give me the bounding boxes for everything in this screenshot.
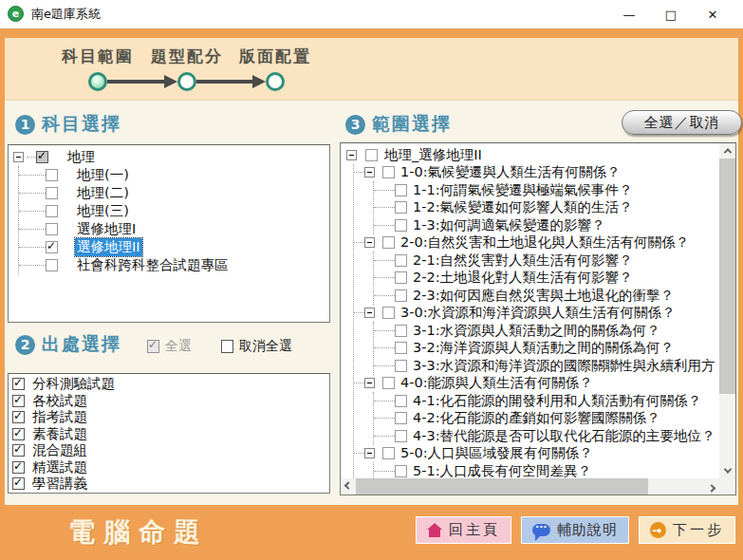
source-list-item[interactable]: 素養試題: [12, 426, 329, 443]
tree-item-label[interactable]: 4-3:替代能源是否可以取代化石能源的主要地位？: [411, 427, 717, 445]
tree-item-label[interactable]: 5-0:人口與區域發展有何關係？: [399, 444, 595, 462]
source-list-item[interactable]: 混合題組: [12, 442, 329, 459]
tree-item-label[interactable]: 1-3:如何調適氣候變遷的影響？: [411, 216, 607, 234]
subject-tree-item[interactable]: 選修地理II: [19, 238, 329, 256]
checkbox-unchecked[interactable]: [395, 184, 407, 196]
collapse-icon[interactable]: [13, 152, 24, 162]
source-list-item[interactable]: 學習講義: [12, 476, 329, 493]
toggle-select-all-button[interactable]: 全選／取消: [622, 110, 742, 135]
collapse-icon[interactable]: [364, 167, 375, 177]
checkbox-checked[interactable]: [12, 411, 25, 423]
tree-item-label[interactable]: 地理: [65, 148, 97, 166]
tree-item-label[interactable]: 3-3:水資源和海洋資源的國際關聯性與永續利用方: [411, 357, 717, 375]
tree-item-label[interactable]: 社會科跨科整合試題專區: [75, 256, 231, 274]
subject-tree-item[interactable]: 社會科跨科整合試題專區: [19, 256, 329, 274]
range-section-item[interactable]: 2-3:如何因應自然災害與土地退化的衝擊？: [374, 287, 721, 305]
collapse-icon[interactable]: [346, 150, 357, 160]
checkbox-unchecked[interactable]: [395, 360, 407, 372]
checkbox-unchecked[interactable]: [46, 205, 58, 217]
scroll-down-button[interactable]: [719, 463, 735, 478]
minimize-button[interactable]: —: [608, 0, 650, 28]
range-section-item[interactable]: 4-1:化石能源的開發利用和人類活動有何關係？: [374, 392, 721, 410]
tree-item-label[interactable]: 地理(一): [75, 166, 131, 184]
tree-item-label[interactable]: 地理_選修地理II: [382, 146, 484, 164]
range-chapter-item[interactable]: 4-0:能源與人類生活有何關係？: [354, 375, 721, 393]
subject-tree-item[interactable]: 地理(三): [19, 202, 329, 220]
checkbox-unchecked[interactable]: [395, 412, 407, 424]
checkbox-unchecked[interactable]: [395, 465, 407, 477]
checkbox-unchecked[interactable]: [365, 149, 378, 161]
tree-item-label[interactable]: 1-2:氣候變遷如何影響人類的生活？: [411, 198, 635, 216]
range-section-item[interactable]: 2-2:土地退化對人類生活有何影響？: [374, 270, 721, 288]
checkbox-unchecked[interactable]: [395, 395, 407, 407]
checkbox-checked[interactable]: [12, 378, 25, 390]
subject-tree-item[interactable]: 地理(一): [19, 166, 329, 184]
range-section-item[interactable]: 2-1:自然災害對人類生活有何影響？: [374, 252, 721, 270]
source-list-item[interactable]: 精選試題: [12, 459, 329, 476]
range-section-item[interactable]: 5-1:人口成長有何空間差異？: [374, 462, 721, 480]
source-list-item[interactable]: 分科測驗試題: [12, 376, 329, 393]
checkbox-unchecked[interactable]: [221, 340, 233, 353]
checkbox-unchecked[interactable]: [382, 377, 395, 389]
collapse-icon[interactable]: [364, 448, 375, 458]
collapse-icon[interactable]: [364, 378, 375, 388]
checkbox-unchecked[interactable]: [395, 325, 407, 337]
checkbox-unchecked[interactable]: [46, 187, 58, 199]
tree-item-label[interactable]: 3-1:水資源與人類活動之間的關係為何？: [411, 322, 662, 340]
range-tree-root[interactable]: 地理_選修地理II: [341, 146, 721, 164]
subject-tree-root[interactable]: 地理: [9, 148, 329, 166]
vertical-scrollbar[interactable]: [719, 143, 735, 478]
tree-item-label[interactable]: 4-0:能源與人類生活有何關係？: [399, 374, 595, 392]
checkbox-checked[interactable]: [12, 428, 25, 440]
tree-item-label[interactable]: 選修地理I: [75, 220, 138, 238]
checkbox-checked[interactable]: [12, 444, 25, 457]
tree-item-label[interactable]: 2-1:自然災害對人類生活有何影響？: [411, 252, 635, 270]
tree-item-label[interactable]: 3-0:水資源和海洋資源與人類生活有何關係？: [399, 304, 678, 322]
range-section-item[interactable]: 1-3:如何調適氣候變遷的影響？: [374, 216, 721, 234]
tree-item-label[interactable]: 1-1:何謂氣候變遷與極端氣候事件？: [411, 181, 635, 199]
tree-item-label[interactable]: 3-2:海洋資源與人類活動之間的關係為何？: [411, 339, 676, 357]
range-section-item[interactable]: 3-3:水資源和海洋資源的國際關聯性與永續利用方: [374, 357, 721, 375]
checkbox-unchecked[interactable]: [395, 254, 407, 267]
tree-item-label[interactable]: 2-3:如何因應自然災害與土地退化的衝擊？: [411, 287, 676, 305]
next-step-button[interactable]: 下一步: [639, 516, 735, 544]
subject-tree-item[interactable]: 地理(二): [19, 184, 329, 202]
range-chapter-item[interactable]: 3-0:水資源和海洋資源與人類生活有何關係？: [354, 305, 721, 323]
scroll-up-button[interactable]: [719, 143, 735, 159]
collapse-icon[interactable]: [364, 308, 375, 318]
checkbox-checked[interactable]: [46, 241, 58, 253]
horizontal-scrollbar[interactable]: [341, 478, 719, 495]
checkbox-unchecked[interactable]: [395, 201, 407, 214]
range-section-item[interactable]: 4-3:替代能源是否可以取代化石能源的主要地位？: [374, 427, 721, 445]
source-list-item[interactable]: 指考試題: [12, 409, 329, 426]
checkbox-unchecked[interactable]: [395, 219, 407, 232]
maximize-button[interactable]: □: [650, 0, 692, 28]
range-chapter-item[interactable]: 2-0:自然災害和土地退化與人類生活有何關係？: [354, 234, 721, 252]
checkbox-unchecked[interactable]: [395, 430, 407, 442]
tree-item-label[interactable]: 2-0:自然災害和土地退化與人類生活有何關係？: [399, 233, 691, 252]
checkbox-unchecked[interactable]: [395, 342, 407, 354]
tree-item-label[interactable]: 地理(三): [75, 202, 131, 220]
checkbox-unchecked[interactable]: [46, 169, 58, 181]
checkbox-unchecked[interactable]: [395, 289, 407, 302]
range-section-item[interactable]: 1-1:何謂氣候變遷與極端氣候事件？: [374, 181, 721, 199]
subject-tree-item[interactable]: 選修地理I: [19, 220, 329, 238]
scroll-right-button[interactable]: [704, 478, 719, 495]
checkbox-unchecked[interactable]: [395, 271, 407, 284]
checkbox-partial[interactable]: [36, 151, 48, 163]
checkbox-checked[interactable]: [12, 395, 25, 407]
checkbox-unchecked[interactable]: [46, 223, 58, 235]
checkbox-unchecked[interactable]: [382, 307, 395, 319]
tree-item-label[interactable]: 4-2:化石能源的產銷如何影響國際關係？: [411, 409, 662, 427]
checkbox-unchecked[interactable]: [46, 259, 58, 271]
help-button[interactable]: 輔助說明: [521, 516, 629, 544]
tree-item-label[interactable]: 5-1:人口成長有何空間差異？: [411, 462, 593, 480]
checkbox-unchecked[interactable]: [382, 236, 395, 249]
home-button[interactable]: 回主頁: [416, 516, 511, 544]
tree-item-label[interactable]: 選修地理II: [75, 238, 142, 256]
collapse-icon[interactable]: [364, 237, 375, 248]
select-all-checkbox[interactable]: 全選: [147, 338, 192, 355]
tree-item-label[interactable]: 地理(二): [75, 184, 131, 202]
scroll-left-button[interactable]: [341, 478, 356, 495]
range-section-item[interactable]: 1-2:氣候變遷如何影響人類的生活？: [374, 199, 721, 217]
